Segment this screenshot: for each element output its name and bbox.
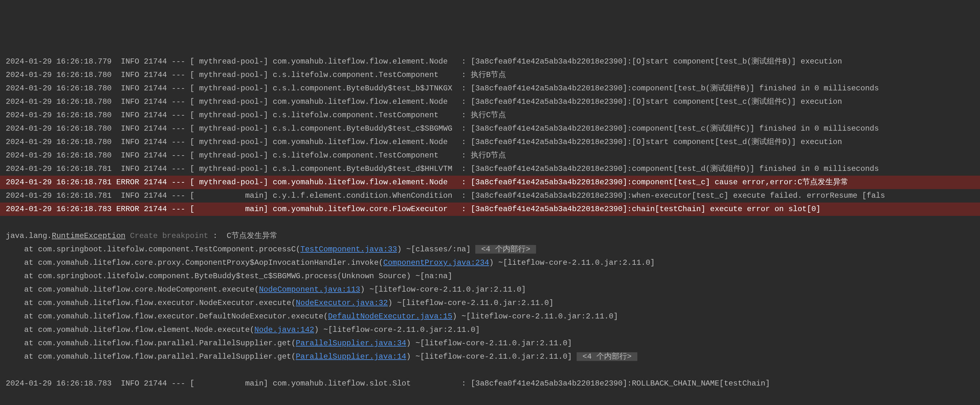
stack-suffix: ) ~[liteflow-core-2.11.0.jar:2.11.0] <box>489 258 655 267</box>
log-line: 2024-01-29 16:26:18.781 ERROR 21744 --- … <box>0 176 980 189</box>
blank-line <box>0 216 980 229</box>
stack-suffix: ) ~[liteflow-core-2.11.0.jar:2.11.0] <box>406 339 572 348</box>
stack-text: at com.yomahub.liteflow.flow.element.Nod… <box>6 326 255 334</box>
exception-message: : C节点发生异常 <box>208 232 277 240</box>
stack-text: at com.springboot.litefolw.component.Tes… <box>6 245 301 254</box>
stack-frame: at com.yomahub.liteflow.flow.executor.De… <box>0 310 980 323</box>
source-link[interactable]: NodeExecutor.java:32 <box>296 299 388 307</box>
console-output[interactable]: 2024-01-29 16:26:18.779 INFO 21744 --- [… <box>0 55 980 405</box>
stack-suffix: ) ~[liteflow-core-2.11.0.jar:2.11.0] <box>406 352 572 361</box>
source-link[interactable]: DefaultNodeExecutor.java:15 <box>328 312 452 321</box>
stack-text: at com.springboot.litefolw.component.Byt… <box>6 272 452 280</box>
stack-frame: at com.yomahub.liteflow.core.NodeCompone… <box>0 283 980 296</box>
log-line: 2024-01-29 16:26:18.780 INFO 21744 --- [… <box>0 82 980 95</box>
log-line: 2024-01-29 16:26:18.780 INFO 21744 --- [… <box>0 95 980 109</box>
exception-package: java.lang. <box>6 232 52 240</box>
stack-text: at com.yomahub.liteflow.core.NodeCompone… <box>6 285 259 294</box>
stack-suffix: ) ~[liteflow-core-2.11.0.jar:2.11.0] <box>452 312 618 321</box>
stack-text: at com.yomahub.liteflow.core.proxy.Compo… <box>6 258 383 267</box>
log-line: 2024-01-29 16:26:18.783 ERROR 21744 --- … <box>0 202 980 216</box>
source-link[interactable]: ParallelSupplier.java:34 <box>296 339 406 348</box>
exception-header: java.lang.RuntimeException Create breakp… <box>0 229 980 243</box>
collapsed-frames-badge[interactable]: <4 个内部行> <box>577 352 637 361</box>
log-line: 2024-01-29 16:26:18.780 INFO 21744 --- [… <box>0 135 980 149</box>
stack-frame: at com.yomahub.liteflow.flow.element.Nod… <box>0 323 980 337</box>
stack-frame: at com.yomahub.liteflow.flow.parallel.Pa… <box>0 337 980 350</box>
log-line: 2024-01-29 16:26:18.783 INFO 21744 --- [… <box>0 377 980 390</box>
log-line: 2024-01-29 16:26:18.780 INFO 21744 --- [… <box>0 109 980 122</box>
stack-suffix: ) ~[liteflow-core-2.11.0.jar:2.11.0] <box>314 326 480 334</box>
stack-frame: at com.yomahub.liteflow.flow.parallel.Pa… <box>0 350 980 364</box>
log-line: 2024-01-29 16:26:18.779 INFO 21744 --- [… <box>0 55 980 68</box>
stack-suffix: ) ~[liteflow-core-2.11.0.jar:2.11.0] <box>388 299 553 307</box>
source-link[interactable]: Node.java:142 <box>255 326 314 334</box>
blank-line <box>0 390 980 404</box>
blank-line <box>0 364 980 377</box>
stack-text: at com.yomahub.liteflow.flow.executor.No… <box>6 299 296 307</box>
log-line: 2024-01-29 16:26:18.780 INFO 21744 --- [… <box>0 149 980 162</box>
stack-suffix: ) ~[liteflow-core-2.11.0.jar:2.11.0] <box>360 285 526 294</box>
stack-text: at com.yomahub.liteflow.flow.parallel.Pa… <box>6 339 296 348</box>
source-link[interactable]: NodeComponent.java:113 <box>259 285 360 294</box>
collapsed-frames-badge[interactable]: <4 个内部行> <box>475 245 536 254</box>
stack-frame: at com.yomahub.liteflow.flow.executor.No… <box>0 296 980 310</box>
source-link[interactable]: ComponentProxy.java:234 <box>383 258 489 267</box>
stack-suffix: ) ~[classes/:na] <box>397 245 471 254</box>
stack-frame: at com.springboot.litefolw.component.Byt… <box>0 270 980 283</box>
stack-frame: at com.yomahub.liteflow.core.proxy.Compo… <box>0 256 980 270</box>
stack-frame: at com.springboot.litefolw.component.Tes… <box>0 243 980 256</box>
exception-type[interactable]: RuntimeException <box>52 232 125 240</box>
log-line: 2024-01-29 16:26:18.780 INFO 21744 --- [… <box>0 122 980 135</box>
stack-text: at com.yomahub.liteflow.flow.executor.De… <box>6 312 328 321</box>
source-link[interactable]: TestComponent.java:33 <box>301 245 397 254</box>
source-link[interactable]: ParallelSupplier.java:14 <box>296 352 406 361</box>
chain-name-log: 2024-01-29 16:26:18.783 INFO 21744 --- [… <box>0 404 980 405</box>
log-line: 2024-01-29 16:26:18.781 INFO 21744 --- [… <box>0 189 980 202</box>
log-line: 2024-01-29 16:26:18.781 INFO 21744 --- [… <box>0 162 980 176</box>
log-line: 2024-01-29 16:26:18.780 INFO 21744 --- [… <box>0 68 980 82</box>
create-breakpoint-link[interactable]: Create breakpoint <box>125 232 208 240</box>
stack-text: at com.yomahub.liteflow.flow.parallel.Pa… <box>6 352 296 361</box>
